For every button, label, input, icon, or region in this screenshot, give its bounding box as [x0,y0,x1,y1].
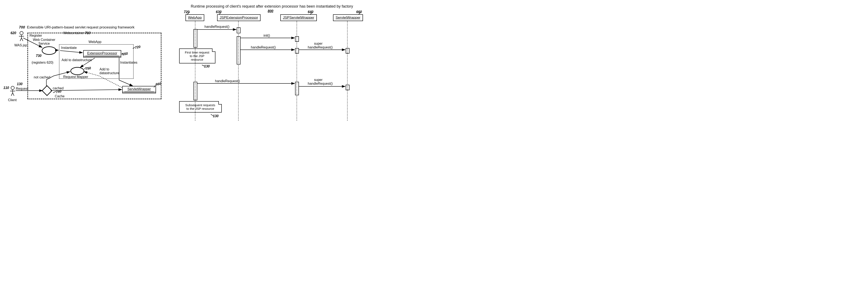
arrows-left [4,4,164,110]
framework-diagram: 700 Extensible URI-pattern-based servlet… [4,4,164,110]
sequence-diagram: Runtime processing of client's request a… [177,4,367,122]
arrows-right [177,4,367,122]
